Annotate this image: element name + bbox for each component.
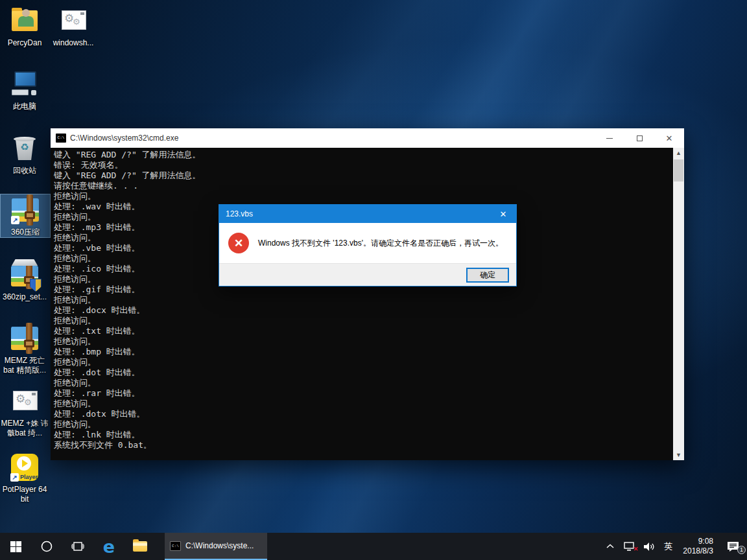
cmd-output-line: 键入 "REG ADD /?" 了解用法信息。: [54, 170, 671, 181]
cmd-output-line: 拒绝访问。: [54, 357, 671, 368]
scroll-up-icon[interactable]: ▲: [673, 148, 684, 158]
cmd-output-line: 处理: .lnk 时出错。: [54, 430, 671, 440]
desktop-icon-recycle-bin[interactable]: ♻ 回收站: [0, 133, 49, 176]
cmd-app-icon: C:\: [56, 134, 66, 143]
close-button[interactable]: ✕: [654, 128, 684, 148]
maximize-button[interactable]: [624, 128, 654, 148]
cmd-output-line: 处理: .dot 时出错。: [54, 368, 671, 378]
desktop-icon-windowsh[interactable]: ⚙⚙ windowsh...: [49, 5, 98, 48]
zip-folder-icon: [9, 323, 40, 354]
speaker-icon: [644, 542, 655, 552]
cmd-output-line: 处理: .txt 时出错。: [54, 326, 671, 336]
shortcut-arrow-icon: ↗: [11, 216, 19, 224]
clock-time: 9:08: [683, 537, 713, 546]
dialog-footer: 确定: [219, 263, 516, 286]
system-tray: ✕ 英 9:08 2018/8/3 1: [602, 533, 747, 560]
cmd-output-line: 处理: .bmp 时出错。: [54, 347, 671, 357]
uac-shield-icon: [30, 279, 42, 292]
computer-icon: [9, 69, 40, 100]
scrollbar-thumb[interactable]: [674, 159, 683, 181]
zip-folder-icon: ↗: [10, 194, 41, 226]
dialog-title: 123.vbs: [219, 209, 490, 218]
desktop-icon-label: MEMZ 死亡 bat 精简版...: [1, 356, 49, 375]
volume-button[interactable]: [639, 533, 659, 560]
desktop-icon-this-pc[interactable]: 此电脑: [0, 69, 49, 111]
scrollbar[interactable]: ▲ ▼: [673, 148, 684, 460]
clock[interactable]: 9:08 2018/8/3: [677, 537, 719, 556]
cmd-output-line: 拒绝访问。: [54, 419, 671, 430]
cmd-output-line: 拒绝访问。: [54, 336, 671, 347]
ok-button[interactable]: 确定: [466, 268, 509, 283]
tray-expand-button[interactable]: [602, 533, 619, 560]
user-folder-icon: [9, 5, 40, 36]
taskbar-cmd-label: C:\Windows\syste...: [185, 541, 254, 550]
cmd-window-title: C:\Windows\system32\cmd.exe: [70, 134, 595, 143]
search-button[interactable]: [31, 533, 62, 560]
desktop-icon-label: 360zip_set...: [3, 292, 47, 302]
script-gears-icon: ⚙⚙: [58, 5, 89, 36]
taskbar-cmd-button[interactable]: C:\ C:\Windows\syste...: [165, 533, 267, 560]
desktop-icon-label: MEMZ +姝 讳骸bat 绮...: [1, 419, 49, 438]
shortcut-arrow-icon: ↗: [10, 473, 19, 482]
edge-icon: e: [103, 538, 115, 555]
cmd-output-line: 拒绝访问。: [54, 191, 671, 202]
error-dialog: 123.vbs ✕ ✕ Windows 找不到文件 '123.vbs'。请确定文…: [219, 204, 517, 286]
scroll-down-icon[interactable]: ▼: [673, 450, 684, 460]
cmd-output: 键入 "REG ADD /?" 了解用法信息。错误: 无效项名。键入 "REG …: [54, 150, 671, 450]
cmd-output-area[interactable]: 键入 "REG ADD /?" 了解用法信息。错误: 无效项名。键入 "REG …: [51, 148, 684, 460]
recycle-bin-icon: ♻: [9, 133, 40, 164]
network-status-button[interactable]: ✕: [619, 533, 639, 560]
cmd-titlebar[interactable]: C:\ C:\Windows\system32\cmd.exe ✕: [51, 128, 684, 148]
desktop-icon-label: 此电脑: [13, 102, 36, 111]
dialog-body: ✕ Windows 找不到文件 '123.vbs'。请确定文件名是否正确后，再试…: [219, 223, 516, 263]
start-button[interactable]: [0, 533, 31, 560]
desktop-icon-percydan[interactable]: PercyDan: [0, 5, 49, 48]
cmd-output-line: 拒绝访问。: [54, 316, 671, 326]
cmd-output-line: 系统找不到文件 0.bat。: [54, 440, 671, 450]
desktop-icon-360zip[interactable]: ↗ 360压缩: [1, 194, 50, 237]
desktop-icon-memz-bat[interactable]: MEMZ 死亡 bat 精简版...: [0, 323, 49, 375]
task-view-button[interactable]: [62, 533, 93, 560]
cmd-output-line: 错误: 无效项名。: [54, 160, 671, 170]
cmd-output-line: 拒绝访问。: [54, 295, 671, 305]
notification-badge: 1: [737, 546, 746, 554]
desktop-icon-360zip-setup[interactable]: 360zip_set...: [0, 259, 49, 302]
minimize-button[interactable]: [595, 128, 624, 148]
error-icon: ✕: [228, 233, 249, 253]
cmd-output-line: 请按任意键继续. . .: [54, 181, 671, 191]
action-center-button[interactable]: 1: [719, 533, 747, 560]
cmd-output-line: 拒绝访问。: [54, 378, 671, 388]
cmd-output-line: 处理: .dotx 时出错。: [54, 409, 671, 419]
potplayer-icon: Player ↗: [9, 452, 40, 483]
network-error-icon: ✕: [634, 546, 639, 552]
desktop-icon-label: 360压缩: [11, 228, 40, 237]
taskbar: e C:\ C:\Windows\syste... ✕ 英: [0, 533, 747, 560]
dialog-message: Windows 找不到文件 '123.vbs'。请确定文件名是否正确后，再试一次…: [258, 238, 503, 248]
desktop-icon-potplayer[interactable]: Player ↗ PotPlayer 64 bit: [0, 452, 49, 504]
search-icon: [41, 541, 53, 552]
dialog-titlebar[interactable]: 123.vbs ✕: [219, 205, 516, 223]
windows-logo-icon: [10, 541, 21, 552]
dialog-close-icon[interactable]: ✕: [490, 205, 516, 223]
file-explorer-button[interactable]: [124, 533, 156, 560]
task-view-icon: [71, 541, 84, 552]
desktop-icon-label: 回收站: [13, 166, 36, 176]
desktop-icon-memz-bat-2[interactable]: ⚙⚙ MEMZ +姝 讳骸bat 绮...: [0, 386, 49, 438]
cmd-output-line: 处理: .rar 时出错。: [54, 388, 671, 399]
folder-icon: [133, 541, 147, 552]
desktop-icon-label: PotPlayer 64 bit: [1, 485, 49, 504]
installer-icon: [9, 259, 40, 290]
cmd-icon: C:\: [170, 541, 181, 551]
cmd-output-line: 拒绝访问。: [54, 399, 671, 409]
cmd-output-line: 键入 "REG ADD /?" 了解用法信息。: [54, 150, 671, 160]
cmd-output-line: 处理: .docx 时出错。: [54, 305, 671, 316]
desktop-icon-label: PercyDan: [8, 38, 42, 48]
desktop-icon-label: windowsh...: [53, 38, 94, 48]
cmd-window: C:\ C:\Windows\system32\cmd.exe ✕ 键入 "RE…: [51, 128, 684, 460]
chevron-up-icon: [606, 544, 614, 549]
script-gears-icon: ⚙⚙: [9, 386, 40, 417]
ime-indicator[interactable]: 英: [659, 533, 677, 560]
clock-date: 2018/8/3: [683, 546, 713, 556]
edge-button[interactable]: e: [93, 533, 124, 560]
